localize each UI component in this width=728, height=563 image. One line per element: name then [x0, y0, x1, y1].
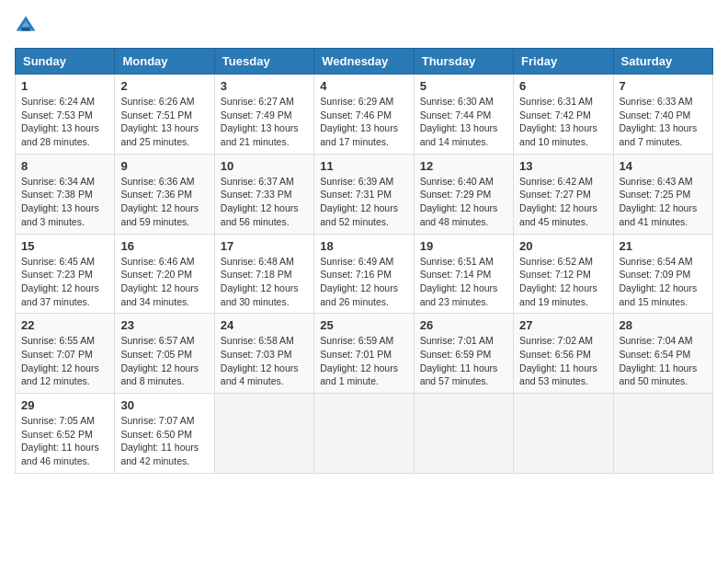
day-number: 26	[420, 318, 507, 332]
calendar-cell: 24Sunrise: 6:58 AMSunset: 7:03 PMDayligh…	[214, 314, 313, 394]
calendar-cell: 7Sunrise: 6:33 AMSunset: 7:40 PMDaylight…	[613, 75, 712, 155]
weekday-header-friday: Friday	[514, 49, 613, 75]
calendar-cell: 1Sunrise: 6:24 AMSunset: 7:53 PMDaylight…	[16, 75, 115, 155]
weekday-header-thursday: Thursday	[414, 49, 513, 75]
page-header	[15, 15, 713, 37]
calendar-week-row: 29Sunrise: 7:05 AMSunset: 6:52 PMDayligh…	[16, 394, 713, 474]
calendar-table: SundayMondayTuesdayWednesdayThursdayFrid…	[15, 48, 713, 474]
calendar-cell: 29Sunrise: 7:05 AMSunset: 6:52 PMDayligh…	[16, 394, 115, 474]
day-number: 23	[120, 318, 208, 332]
day-info: Sunrise: 6:29 AMSunset: 7:46 PMDaylight:…	[320, 95, 407, 149]
day-info: Sunrise: 6:33 AMSunset: 7:40 PMDaylight:…	[620, 95, 707, 149]
calendar-cell: 20Sunrise: 6:52 AMSunset: 7:12 PMDayligh…	[514, 234, 613, 314]
day-number: 4	[320, 79, 407, 93]
day-info: Sunrise: 7:05 AMSunset: 6:52 PMDaylight:…	[21, 414, 108, 468]
calendar-cell: 21Sunrise: 6:54 AMSunset: 7:09 PMDayligh…	[613, 234, 712, 314]
day-number: 22	[21, 318, 108, 332]
calendar-week-row: 1Sunrise: 6:24 AMSunset: 7:53 PMDaylight…	[16, 75, 713, 155]
day-info: Sunrise: 6:31 AMSunset: 7:42 PMDaylight:…	[519, 95, 607, 149]
calendar-cell	[414, 394, 513, 474]
day-info: Sunrise: 6:49 AMSunset: 7:16 PMDaylight:…	[320, 255, 407, 309]
calendar-cell: 16Sunrise: 6:46 AMSunset: 7:20 PMDayligh…	[115, 234, 214, 314]
calendar-cell: 22Sunrise: 6:55 AMSunset: 7:07 PMDayligh…	[16, 314, 115, 394]
day-number: 29	[21, 398, 108, 412]
calendar-cell: 4Sunrise: 6:29 AMSunset: 7:46 PMDaylight…	[314, 75, 414, 155]
day-info: Sunrise: 6:43 AMSunset: 7:25 PMDaylight:…	[620, 175, 707, 229]
day-number: 9	[120, 159, 208, 173]
weekday-header-sunday: Sunday	[16, 49, 115, 75]
logo-icon	[15, 15, 37, 37]
day-info: Sunrise: 6:54 AMSunset: 7:09 PMDaylight:…	[620, 255, 707, 309]
day-number: 17	[221, 239, 308, 253]
day-number: 15	[21, 239, 108, 253]
calendar-cell: 27Sunrise: 7:02 AMSunset: 6:56 PMDayligh…	[514, 314, 613, 394]
day-number: 27	[519, 318, 607, 332]
calendar-cell: 17Sunrise: 6:48 AMSunset: 7:18 PMDayligh…	[214, 234, 313, 314]
day-number: 7	[620, 79, 707, 93]
day-number: 14	[620, 159, 707, 173]
calendar-cell: 19Sunrise: 6:51 AMSunset: 7:14 PMDayligh…	[414, 234, 513, 314]
calendar-cell	[314, 394, 414, 474]
day-info: Sunrise: 6:27 AMSunset: 7:49 PMDaylight:…	[221, 95, 308, 149]
day-info: Sunrise: 6:36 AMSunset: 7:36 PMDaylight:…	[120, 175, 208, 229]
logo	[15, 15, 40, 37]
calendar-cell	[514, 394, 613, 474]
calendar-cell: 23Sunrise: 6:57 AMSunset: 7:05 PMDayligh…	[115, 314, 214, 394]
calendar-cell: 3Sunrise: 6:27 AMSunset: 7:49 PMDaylight…	[214, 75, 313, 155]
day-info: Sunrise: 7:02 AMSunset: 6:56 PMDaylight:…	[519, 334, 607, 388]
weekday-header-wednesday: Wednesday	[314, 49, 414, 75]
calendar-cell	[214, 394, 313, 474]
day-number: 11	[320, 159, 407, 173]
calendar-cell: 14Sunrise: 6:43 AMSunset: 7:25 PMDayligh…	[613, 154, 712, 234]
day-info: Sunrise: 6:42 AMSunset: 7:27 PMDaylight:…	[519, 175, 607, 229]
day-info: Sunrise: 6:46 AMSunset: 7:20 PMDaylight:…	[120, 255, 208, 309]
calendar-cell: 9Sunrise: 6:36 AMSunset: 7:36 PMDaylight…	[115, 154, 214, 234]
day-info: Sunrise: 6:58 AMSunset: 7:03 PMDaylight:…	[221, 334, 308, 388]
calendar-cell: 26Sunrise: 7:01 AMSunset: 6:59 PMDayligh…	[414, 314, 513, 394]
day-info: Sunrise: 7:04 AMSunset: 6:54 PMDaylight:…	[620, 334, 707, 388]
calendar-cell: 28Sunrise: 7:04 AMSunset: 6:54 PMDayligh…	[613, 314, 712, 394]
calendar-cell	[613, 394, 712, 474]
day-info: Sunrise: 6:45 AMSunset: 7:23 PMDaylight:…	[21, 255, 108, 309]
day-info: Sunrise: 6:48 AMSunset: 7:18 PMDaylight:…	[221, 255, 308, 309]
weekday-header-row: SundayMondayTuesdayWednesdayThursdayFrid…	[16, 49, 713, 75]
calendar-cell: 2Sunrise: 6:26 AMSunset: 7:51 PMDaylight…	[115, 75, 214, 155]
day-number: 16	[120, 239, 208, 253]
day-number: 21	[620, 239, 707, 253]
calendar-cell: 13Sunrise: 6:42 AMSunset: 7:27 PMDayligh…	[514, 154, 613, 234]
day-number: 6	[519, 79, 607, 93]
calendar-cell: 18Sunrise: 6:49 AMSunset: 7:16 PMDayligh…	[314, 234, 414, 314]
day-number: 2	[120, 79, 208, 93]
day-number: 25	[320, 318, 407, 332]
calendar-cell: 15Sunrise: 6:45 AMSunset: 7:23 PMDayligh…	[16, 234, 115, 314]
day-number: 5	[420, 79, 507, 93]
day-info: Sunrise: 6:52 AMSunset: 7:12 PMDaylight:…	[519, 255, 607, 309]
day-number: 19	[420, 239, 507, 253]
day-info: Sunrise: 6:51 AMSunset: 7:14 PMDaylight:…	[420, 255, 507, 309]
calendar-week-row: 22Sunrise: 6:55 AMSunset: 7:07 PMDayligh…	[16, 314, 713, 394]
calendar-cell: 10Sunrise: 6:37 AMSunset: 7:33 PMDayligh…	[214, 154, 313, 234]
day-info: Sunrise: 6:30 AMSunset: 7:44 PMDaylight:…	[420, 95, 507, 149]
weekday-header-saturday: Saturday	[613, 49, 712, 75]
calendar-week-row: 8Sunrise: 6:34 AMSunset: 7:38 PMDaylight…	[16, 154, 713, 234]
day-info: Sunrise: 7:07 AMSunset: 6:50 PMDaylight:…	[120, 414, 208, 468]
day-info: Sunrise: 6:40 AMSunset: 7:29 PMDaylight:…	[420, 175, 507, 229]
calendar-cell: 25Sunrise: 6:59 AMSunset: 7:01 PMDayligh…	[314, 314, 414, 394]
day-number: 20	[519, 239, 607, 253]
day-number: 8	[21, 159, 108, 173]
calendar-cell: 6Sunrise: 6:31 AMSunset: 7:42 PMDaylight…	[514, 75, 613, 155]
day-number: 3	[221, 79, 308, 93]
day-number: 13	[519, 159, 607, 173]
day-info: Sunrise: 6:39 AMSunset: 7:31 PMDaylight:…	[320, 175, 407, 229]
day-number: 10	[221, 159, 308, 173]
calendar-cell: 12Sunrise: 6:40 AMSunset: 7:29 PMDayligh…	[414, 154, 513, 234]
day-number: 12	[420, 159, 507, 173]
day-info: Sunrise: 6:55 AMSunset: 7:07 PMDaylight:…	[21, 334, 108, 388]
calendar-cell: 30Sunrise: 7:07 AMSunset: 6:50 PMDayligh…	[115, 394, 214, 474]
weekday-header-monday: Monday	[115, 49, 214, 75]
day-number: 28	[620, 318, 707, 332]
day-number: 1	[21, 79, 108, 93]
day-info: Sunrise: 6:24 AMSunset: 7:53 PMDaylight:…	[21, 95, 108, 149]
calendar-cell: 11Sunrise: 6:39 AMSunset: 7:31 PMDayligh…	[314, 154, 414, 234]
weekday-header-tuesday: Tuesday	[214, 49, 313, 75]
